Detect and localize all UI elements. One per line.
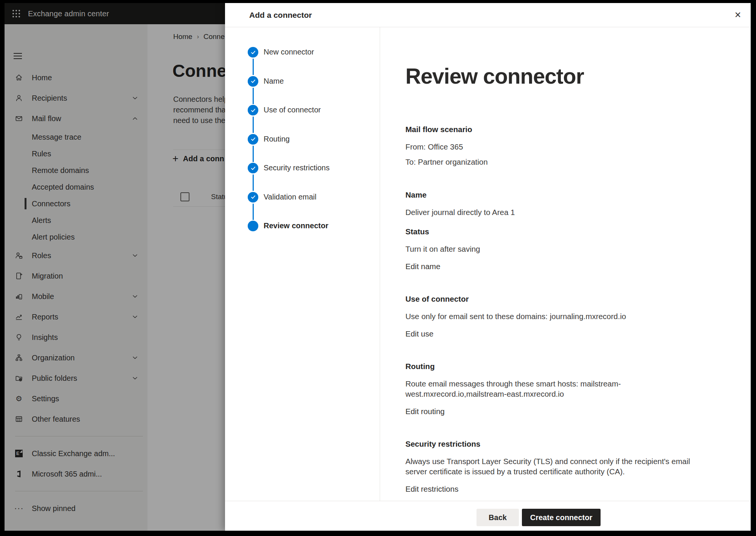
screenshot-frame: Exchange admin center HomeRecipientsMail…	[0, 0, 756, 536]
review-section: Mail flow scenarioFrom: Office 365To: Pa…	[405, 125, 712, 167]
review-sections: Mail flow scenarioFrom: Office 365To: Pa…	[405, 125, 712, 494]
review-block-routing: RoutingRoute email messages through thes…	[405, 362, 712, 416]
review-section: NameDeliver journal directly to Area 1St…	[405, 190, 712, 271]
review-block-title: Status	[405, 227, 712, 236]
review-section: Use of connectorUse only for email sent …	[405, 294, 712, 338]
back-button[interactable]: Back	[477, 509, 519, 526]
review-block-security-restrictions: Security restrictionsAlways use Transpor…	[405, 439, 712, 494]
step-current-dot-icon	[248, 221, 258, 231]
review-line: Turn it on after saving	[405, 244, 712, 254]
review-block-title: Routing	[405, 362, 712, 371]
step-label: Use of connector	[264, 106, 321, 114]
edit-name-link[interactable]: Edit name	[405, 262, 440, 271]
review-line: Always use Transport Layer Security (TLS…	[405, 456, 712, 477]
review-line: To: Partner organization	[405, 157, 712, 167]
step-use-of-connector[interactable]: Use of connector	[248, 105, 380, 134]
review-block-title: Security restrictions	[405, 439, 712, 449]
step-label: New connector	[264, 48, 314, 56]
step-complete-check-icon	[248, 192, 258, 203]
modal-header: Add a connector ✕	[225, 3, 751, 27]
step-name[interactable]: Name	[248, 76, 380, 105]
step-complete-check-icon	[248, 163, 258, 173]
step-complete-check-icon	[248, 134, 258, 145]
review-line: Route email messages through these smart…	[405, 379, 712, 399]
modal-body: New connectorNameUse of connectorRouting…	[225, 27, 751, 501]
edit-restrictions-link[interactable]: Edit restrictions	[405, 485, 458, 494]
step-label: Validation email	[264, 193, 317, 201]
step-security-restrictions[interactable]: Security restrictions	[248, 163, 380, 192]
edit-use-link[interactable]: Edit use	[405, 329, 433, 338]
step-complete-check-icon	[248, 47, 258, 58]
review-block-title: Name	[405, 190, 712, 199]
step-label: Security restrictions	[264, 164, 330, 172]
step-routing[interactable]: Routing	[248, 134, 380, 163]
step-complete-check-icon	[248, 105, 258, 115]
review-block-title: Use of connector	[405, 294, 712, 304]
review-line: From: Office 365	[405, 142, 712, 152]
review-section: Security restrictionsAlways use Transpor…	[405, 439, 712, 494]
step-complete-check-icon	[248, 76, 258, 87]
review-block-use-of-connector: Use of connectorUse only for email sent …	[405, 294, 712, 338]
step-validation-email[interactable]: Validation email	[248, 192, 380, 221]
step-label: Name	[264, 77, 284, 86]
wizard-stepper: New connectorNameUse of connectorRouting…	[225, 27, 380, 501]
review-section: RoutingRoute email messages through thes…	[405, 362, 712, 416]
review-connector-heading: Review connector	[405, 64, 751, 89]
modal-footer: Back Create connector	[225, 501, 751, 531]
step-label: Routing	[264, 135, 290, 143]
step-new-connector[interactable]: New connector	[248, 47, 380, 76]
create-connector-button[interactable]: Create connector	[522, 509, 601, 526]
edit-routing-link[interactable]: Edit routing	[405, 407, 445, 416]
review-panel: Review connector Mail flow scenarioFrom:…	[380, 27, 751, 501]
step-review-connector[interactable]: Review connector	[248, 221, 380, 250]
review-block-status: StatusTurn it on after savingEdit name	[405, 227, 712, 271]
review-line: Deliver journal directly to Area 1	[405, 207, 712, 217]
review-block-name: NameDeliver journal directly to Area 1	[405, 190, 712, 217]
review-block-title: Mail flow scenario	[405, 125, 712, 134]
close-icon[interactable]: ✕	[731, 8, 745, 22]
exchange-admin-app: Exchange admin center HomeRecipientsMail…	[5, 3, 751, 531]
review-block-mail-flow-scenario: Mail flow scenarioFrom: Office 365To: Pa…	[405, 125, 712, 167]
add-connector-modal: Add a connector ✕ New connectorNameUse o…	[225, 3, 751, 531]
step-label: Review connector	[264, 221, 328, 230]
review-line: Use only for email sent to these domains…	[405, 311, 712, 321]
modal-title: Add a connector	[249, 3, 312, 27]
